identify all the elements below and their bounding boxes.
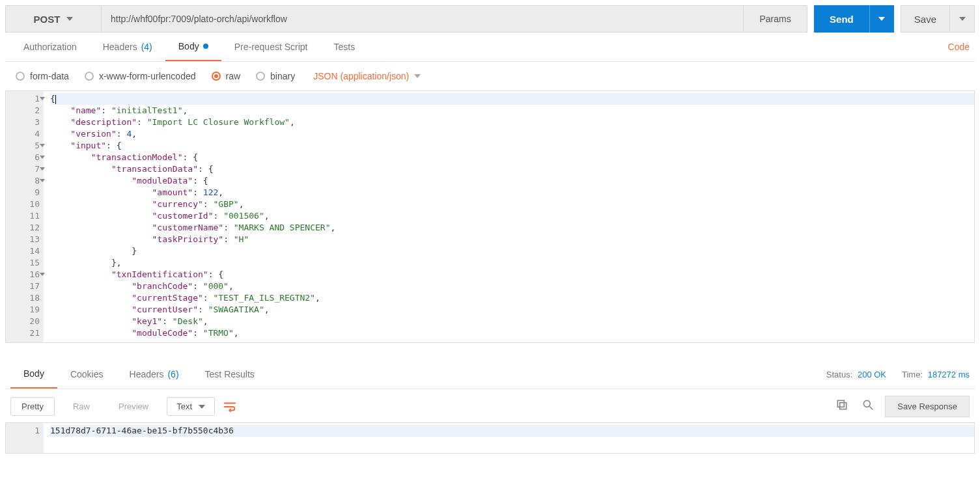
- resp-tab-body[interactable]: Body: [10, 360, 57, 389]
- svg-rect-1: [838, 400, 845, 407]
- chevron-down-icon: [959, 17, 966, 21]
- resp-format-select[interactable]: Text: [167, 397, 215, 416]
- request-body-editor[interactable]: 123456789101112131415161718192021 { "nam…: [5, 90, 975, 343]
- tab-prerequest[interactable]: Pre-request Script: [221, 33, 321, 61]
- url-text: http://whf00fpr:7009/plato-orch/api/work…: [111, 14, 287, 24]
- code-link[interactable]: Code: [948, 42, 970, 52]
- radio-icon: [256, 72, 265, 81]
- tab-body[interactable]: Body: [165, 33, 221, 61]
- resp-tab-cookies[interactable]: Cookies: [57, 360, 117, 389]
- editor-code[interactable]: 151d78d7-6711-46ae-be15-bf7b550c4b36: [44, 423, 974, 453]
- method-select[interactable]: POST: [5, 5, 101, 33]
- status-value: 200 OK: [858, 370, 886, 379]
- send-dropdown[interactable]: [869, 5, 894, 33]
- editor-code[interactable]: { "name": "initialTest1", "description":…: [44, 91, 974, 342]
- save-dropdown[interactable]: [950, 5, 975, 33]
- resp-headers-count: (6): [167, 369, 178, 379]
- resp-raw-button[interactable]: Raw: [63, 398, 100, 415]
- response-body-editor[interactable]: 1 151d78d7-6711-46ae-be15-bf7b550c4b36: [5, 422, 975, 454]
- radio-icon: [85, 72, 94, 81]
- time-value: 187272 ms: [928, 370, 970, 379]
- radio-icon: [16, 72, 25, 81]
- svg-rect-0: [840, 403, 847, 409]
- tab-authorization[interactable]: Authorization: [10, 33, 90, 61]
- resp-pretty-button[interactable]: Pretty: [10, 397, 55, 416]
- time-label: Time: 187272 ms: [902, 370, 970, 379]
- save-button[interactable]: Save: [901, 5, 950, 33]
- method-label: POST: [34, 14, 61, 25]
- radio-icon: [212, 72, 221, 81]
- content-type-select[interactable]: JSON (application/json): [313, 71, 421, 81]
- tab-headers[interactable]: Headers (4): [90, 33, 165, 61]
- body-binary-radio[interactable]: binary: [256, 71, 295, 81]
- resp-preview-button[interactable]: Preview: [108, 398, 159, 415]
- svg-line-3: [870, 407, 873, 410]
- svg-point-2: [864, 400, 871, 407]
- chevron-down-icon: [66, 17, 73, 21]
- tab-headers-count: (4): [141, 42, 152, 52]
- body-urlencoded-radio[interactable]: x-www-form-urlencoded: [85, 71, 196, 81]
- unsaved-dot-icon: [203, 44, 208, 49]
- resp-tab-headers[interactable]: Headers (6): [117, 360, 192, 389]
- save-response-button[interactable]: Save Response: [885, 396, 970, 417]
- chevron-down-icon: [414, 74, 421, 78]
- copy-icon[interactable]: [833, 397, 851, 416]
- body-formdata-radio[interactable]: form-data: [16, 71, 69, 81]
- body-raw-radio[interactable]: raw: [212, 71, 241, 81]
- editor-gutter: 123456789101112131415161718192021: [6, 91, 44, 342]
- chevron-down-icon: [878, 17, 885, 21]
- resp-tab-testresults[interactable]: Test Results: [192, 360, 268, 389]
- params-button[interactable]: Params: [744, 5, 807, 33]
- tab-tests[interactable]: Tests: [321, 33, 369, 61]
- search-icon[interactable]: [859, 397, 877, 416]
- url-input[interactable]: http://whf00fpr:7009/plato-orch/api/work…: [101, 5, 744, 33]
- status-label: Status: 200 OK: [826, 370, 886, 379]
- chevron-down-icon: [199, 405, 205, 409]
- wrap-lines-icon[interactable]: [223, 400, 237, 414]
- editor-gutter: 1: [6, 423, 44, 453]
- send-button[interactable]: Send: [814, 5, 869, 33]
